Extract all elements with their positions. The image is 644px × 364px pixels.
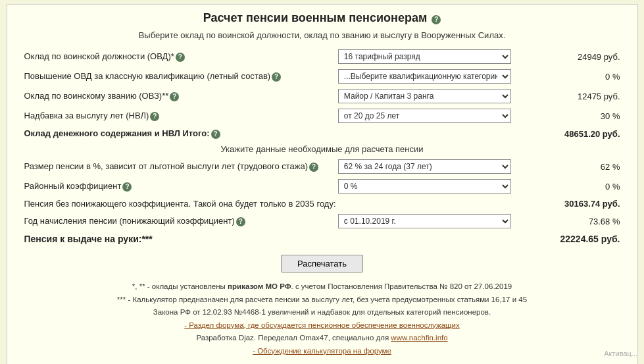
help-icon-ovd-class[interactable]: ? (272, 72, 281, 82)
select-cell-ovd: 16 тарифный разряд 1 тарифный разряд 2 т… (334, 47, 515, 66)
select-district[interactable]: 0 % 10 % 20 % (338, 179, 511, 194)
select-ovd[interactable]: 16 тарифный разряд 1 тарифный разряд 2 т… (338, 49, 511, 64)
pension-row: Пенсия к выдаче на руки:*** 22224.65 руб… (20, 231, 624, 247)
select-pension-pct[interactable]: 62 % за 24 года (37 лет) 50 % за 20 лет … (338, 159, 511, 174)
section2-title: Укажите данные необходимые для расчета п… (20, 142, 624, 157)
title-help-icon[interactable]: ? (432, 15, 441, 24)
select-ovz[interactable]: Майор / Капитан 3 ранга Лейтенант Полков… (338, 89, 511, 103)
pension-label: Пенсия к выдаче на руки:*** (20, 231, 516, 247)
footnote-link-2[interactable]: www.nachfin.info (391, 334, 447, 342)
value-nvl: 30 % (515, 106, 624, 126)
section2-title-row: Укажите данные необходимые для расчета п… (20, 142, 624, 157)
page-title: Расчет пенсии военным пенсионерам ? (20, 11, 624, 25)
page-wrapper: Расчет пенсии военным пенсионерам ? Выбе… (7, 4, 638, 364)
footnote-link-3[interactable]: - Обсуждение калькулятора на форуме (253, 347, 391, 355)
select-nvl[interactable]: от 20 до 25 лет от 0 до 1 года от 1 до 2… (338, 109, 511, 123)
footnote-line2: *** - Калькулятор предназначен для расче… (20, 294, 624, 307)
help-icon-total[interactable]: ? (211, 130, 220, 139)
help-icon-district[interactable]: ? (122, 182, 132, 192)
help-icon-ovz[interactable]: ? (170, 92, 179, 101)
footnote-text-1: *, ** - оклады установлены (132, 282, 228, 290)
select-year-coeff[interactable]: с 01.10.2019 г. с 01.01.2020 г. с 01.01.… (338, 214, 511, 228)
footnote-bold: приказом МО РФ (228, 282, 291, 290)
select-cell-district: 0 % 10 % 20 % (334, 176, 515, 196)
table-row: Повышение ОВД за классную квалификацию (… (20, 66, 624, 86)
table-row: Год начисления пенсии (понижающий коэффи… (20, 211, 624, 231)
help-icon-pension-pct[interactable]: ? (309, 163, 318, 172)
field-label-ovz: Оклад по воинскому званию (ОВЗ)**? (20, 86, 334, 106)
select-ovd-class[interactable]: ...Выберите квалификационную категорию 1… (338, 69, 511, 84)
print-button[interactable]: Распечатать (281, 255, 363, 273)
value-ovz: 12475 руб. (515, 86, 624, 106)
field-label-pension-pct: Размер пенсии в %, зависит от льготной в… (20, 157, 334, 176)
field-label-nvl: Надбавка за выслугу лет (НВЛ)? (20, 106, 334, 126)
footnote-text-2: . с учетом Постановления Правительства №… (291, 282, 512, 290)
footnote-text-3: Разработка Djaz. Переделал Omax47, специ… (196, 334, 391, 342)
footnote-link-1[interactable]: - Раздел форума, где обсуждается пенсион… (184, 321, 459, 329)
value-year-coeff: 73.68 % (515, 211, 624, 231)
footnotes: *, ** - оклады установлены приказом МО Р… (20, 280, 624, 357)
field-label-ovd: Оклад по воинской должности (ОВД)*? (20, 47, 334, 66)
no-coeff-label: Пенсия без понижающего коэффициента. Так… (20, 196, 516, 211)
help-icon-nvl[interactable]: ? (150, 112, 159, 121)
select-cell-pension-pct: 62 % за 24 года (37 лет) 50 % за 20 лет … (334, 157, 515, 176)
value-ovd: 24949 руб. (515, 47, 624, 66)
no-coeff-row: Пенсия без понижающего коэффициента. Так… (20, 196, 624, 211)
select-cell-year-coeff: с 01.10.2019 г. с 01.01.2020 г. с 01.01.… (334, 211, 515, 231)
total-label: Оклад денежного содержания и НВЛ Итого:? (20, 126, 516, 142)
help-icon-year-coeff[interactable]: ? (236, 217, 245, 226)
value-pension-pct: 62 % (515, 157, 624, 176)
select-cell-ovz: Майор / Капитан 3 ранга Лейтенант Полков… (334, 86, 515, 106)
total-row: Оклад денежного содержания и НВЛ Итого:?… (20, 126, 624, 142)
select-cell-nvl: от 20 до 25 лет от 0 до 1 года от 1 до 2… (334, 106, 515, 126)
table-row: Оклад по воинскому званию (ОВЗ)**? Майор… (20, 86, 624, 106)
help-icon-ovd[interactable]: ? (176, 53, 185, 62)
field-label-year-coeff: Год начисления пенсии (понижающий коэффи… (20, 211, 334, 231)
table-row: Оклад по воинской должности (ОВД)*? 16 т… (20, 47, 624, 66)
activate-watermark: Активац... (604, 350, 637, 357)
select-cell-ovd-class: ...Выберите квалификационную категорию 1… (334, 66, 515, 86)
value-district: 0 % (515, 176, 624, 196)
value-ovd-class: 0 % (515, 66, 624, 86)
total-value: 48651.20 руб. (515, 126, 624, 142)
main-table: Оклад по воинской должности (ОВД)*? 16 т… (20, 47, 624, 247)
field-label-district: Районный коэффициент? (20, 176, 334, 196)
field-label-ovd-class: Повышение ОВД за классную квалификацию (… (20, 66, 334, 86)
no-coeff-value: 30163.74 руб. (515, 196, 624, 211)
footnote-line3: Закона РФ от 12.02.93 №4468-1 увеличений… (20, 306, 624, 319)
subtitle: Выберите оклад по воинской должности, ок… (20, 30, 624, 40)
pension-value: 22224.65 руб. (515, 231, 624, 247)
table-row: Размер пенсии в %, зависит от льготной в… (20, 157, 624, 176)
table-row: Надбавка за выслугу лет (НВЛ)? от 20 до … (20, 106, 624, 126)
table-row: Районный коэффициент? 0 % 10 % 20 % 0 % (20, 176, 624, 196)
